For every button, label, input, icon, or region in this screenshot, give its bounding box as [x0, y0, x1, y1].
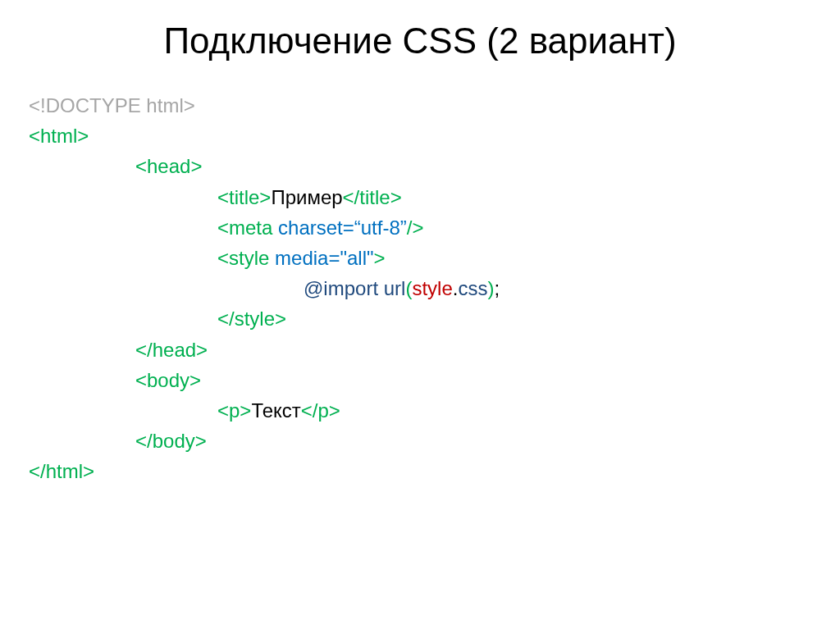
line-head-open: <head>	[29, 151, 811, 181]
line-body-close: </body>	[29, 426, 811, 456]
meta-open: <meta	[217, 217, 272, 239]
meta-close: />	[407, 217, 424, 239]
doctype: <!DOCTYPE html>	[29, 94, 195, 116]
line-html-open: <html>	[29, 121, 811, 151]
line-html-close: </html>	[29, 456, 811, 486]
slide-title: Подключение CSS (2 вариант)	[29, 21, 811, 62]
body-open-tag: <body>	[135, 369, 201, 391]
import-semi: ;	[494, 277, 500, 299]
style-attr: media="all"	[269, 247, 373, 269]
line-import: @import url(style.css);	[29, 273, 811, 303]
import-url: url	[384, 277, 406, 299]
title-text: Пример	[271, 186, 342, 208]
line-p: <p>Текст</p>	[29, 395, 811, 426]
meta-attr: charset=“utf-8”	[272, 217, 406, 239]
style-open-end: >	[373, 247, 385, 269]
p-close-tag: </p>	[301, 399, 340, 422]
code-block: <!DOCTYPE html> <html> <head> <title>При…	[29, 90, 811, 486]
import-keyword: @import	[304, 277, 378, 299]
p-open-tag: <p>	[217, 399, 251, 422]
line-doctype: <!DOCTYPE html>	[29, 90, 811, 121]
line-title: <title>Пример</title>	[29, 182, 811, 212]
head-open-tag: <head>	[135, 155, 202, 177]
line-body-open: <body>	[29, 365, 811, 395]
body-close-tag: </body>	[135, 430, 207, 452]
html-close-tag: </html>	[29, 460, 94, 482]
head-close-tag: </head>	[135, 339, 208, 361]
html-open-tag: <html>	[29, 125, 89, 147]
import-ext: css	[458, 277, 487, 299]
line-meta: <meta charset=“utf-8”/>	[29, 212, 811, 243]
slide: Подключение CSS (2 вариант) <!DOCTYPE ht…	[0, 0, 840, 629]
title-close-tag: </title>	[343, 186, 402, 208]
line-head-close: </head>	[29, 335, 811, 365]
import-file: style	[412, 277, 452, 299]
style-close-tag: </style>	[217, 308, 286, 330]
line-style-close: </style>	[29, 303, 811, 334]
title-open-tag: <title>	[217, 186, 271, 208]
p-text: Текст	[251, 399, 300, 422]
style-open: <style	[217, 247, 269, 269]
line-style-open: <style media="all">	[29, 243, 811, 273]
